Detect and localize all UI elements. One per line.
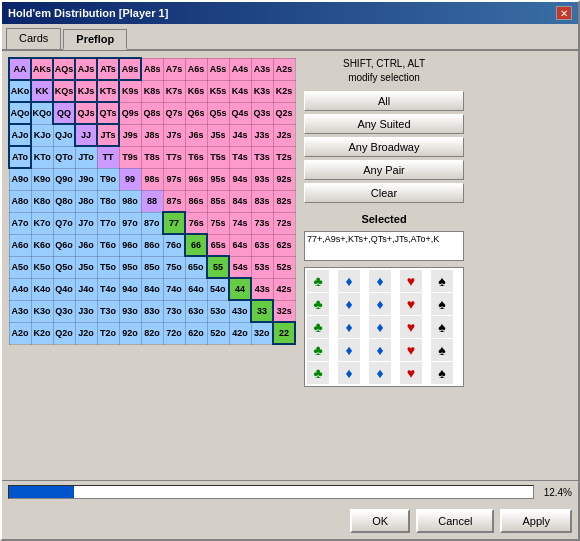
grid-cell[interactable]: Q6o [53,234,75,256]
grid-cell[interactable]: QTs [97,102,119,124]
grid-cell[interactable]: AQo [9,102,31,124]
grid-cell[interactable]: K3o [31,300,53,322]
close-button[interactable]: ✕ [556,6,572,20]
grid-cell[interactable]: KJs [75,80,97,102]
grid-cell[interactable]: K9o [31,168,53,190]
suit-cell[interactable]: ♦ [338,293,360,315]
suit-cell[interactable]: ♠ [431,339,453,361]
cancel-button[interactable]: Cancel [416,509,494,533]
grid-cell[interactable]: 63s [251,234,273,256]
grid-cell[interactable]: T3o [97,300,119,322]
suit-cell[interactable]: ♠ [431,362,453,384]
grid-cell[interactable]: AKs [31,58,53,80]
grid-cell[interactable]: QTo [53,146,75,168]
grid-cell[interactable]: 73o [163,300,185,322]
suit-cell[interactable]: ♦ [338,270,360,292]
grid-cell[interactable]: 62s [273,234,295,256]
grid-cell[interactable]: K8s [141,80,163,102]
grid-cell[interactable]: Q9s [119,102,141,124]
grid-cell[interactable]: K4s [229,80,251,102]
clear-button[interactable]: Clear [304,183,464,203]
grid-cell[interactable]: 99 [119,168,141,190]
grid-cell[interactable]: 86o [141,234,163,256]
grid-cell[interactable]: J7o [75,212,97,234]
grid-cell[interactable]: J4o [75,278,97,300]
grid-cell[interactable]: K6o [31,234,53,256]
grid-cell[interactable]: AJs [75,58,97,80]
grid-cell[interactable]: J2o [75,322,97,344]
grid-cell[interactable]: 88 [141,190,163,212]
grid-cell[interactable]: JTo [75,146,97,168]
grid-cell[interactable]: 43s [251,278,273,300]
grid-cell[interactable]: T6o [97,234,119,256]
grid-cell[interactable]: 66 [185,234,207,256]
grid-cell[interactable]: Q3s [251,102,273,124]
grid-cell[interactable]: A9o [9,168,31,190]
grid-cell[interactable]: 44 [229,278,251,300]
grid-cell[interactable]: 96s [185,168,207,190]
grid-cell[interactable]: 62o [185,322,207,344]
suit-cell[interactable]: ♦ [338,316,360,338]
grid-cell[interactable]: 72o [163,322,185,344]
grid-cell[interactable]: K7s [163,80,185,102]
grid-cell[interactable]: Q2o [53,322,75,344]
grid-cell[interactable]: J6o [75,234,97,256]
grid-cell[interactable]: 43o [229,300,251,322]
grid-cell[interactable]: 95o [119,256,141,278]
grid-cell[interactable]: A5s [207,58,229,80]
grid-cell[interactable]: A4o [9,278,31,300]
grid-cell[interactable]: 85s [207,190,229,212]
grid-cell[interactable]: 92o [119,322,141,344]
grid-cell[interactable]: 64s [229,234,251,256]
grid-cell[interactable]: 83o [141,300,163,322]
grid-cell[interactable]: J8o [75,190,97,212]
grid-cell[interactable]: A7o [9,212,31,234]
grid-cell[interactable]: A8s [141,58,163,80]
grid-cell[interactable]: 82s [273,190,295,212]
grid-cell[interactable]: AKo [9,80,31,102]
grid-cell[interactable]: JTs [97,124,119,146]
suit-cell[interactable]: ♥ [400,339,422,361]
grid-cell[interactable]: J5s [207,124,229,146]
grid-cell[interactable]: 86s [185,190,207,212]
grid-cell[interactable]: 65s [207,234,229,256]
grid-cell[interactable]: 94o [119,278,141,300]
grid-cell[interactable]: TT [97,146,119,168]
grid-cell[interactable]: T7o [97,212,119,234]
suit-cell[interactable]: ♥ [400,270,422,292]
suit-cell[interactable]: ♦ [369,339,391,361]
grid-cell[interactable]: T5o [97,256,119,278]
grid-cell[interactable]: 94s [229,168,251,190]
suit-cell[interactable]: ♣ [307,316,329,338]
grid-cell[interactable]: T2o [97,322,119,344]
grid-cell[interactable]: KQo [31,102,53,124]
grid-cell[interactable]: 52s [273,256,295,278]
grid-cell[interactable]: T4o [97,278,119,300]
suit-cell[interactable]: ♣ [307,362,329,384]
grid-cell[interactable]: J5o [75,256,97,278]
grid-cell[interactable]: K3s [251,80,273,102]
grid-cell[interactable]: 95s [207,168,229,190]
grid-cell[interactable]: 77 [163,212,185,234]
grid-cell[interactable]: AJo [9,124,31,146]
suit-cell[interactable]: ♠ [431,293,453,315]
tab-cards[interactable]: Cards [6,28,61,49]
grid-cell[interactable]: A6s [185,58,207,80]
grid-cell[interactable]: 42s [273,278,295,300]
grid-cell[interactable]: K7o [31,212,53,234]
apply-button[interactable]: Apply [500,509,572,533]
grid-cell[interactable]: 42o [229,322,251,344]
grid-cell[interactable]: K5o [31,256,53,278]
suit-cell[interactable]: ♦ [369,270,391,292]
suit-cell[interactable]: ♠ [431,316,453,338]
grid-cell[interactable]: 93s [251,168,273,190]
grid-cell[interactable]: J8s [141,124,163,146]
grid-cell[interactable]: Q2s [273,102,295,124]
grid-cell[interactable]: 53o [207,300,229,322]
grid-cell[interactable]: AQs [53,58,75,80]
grid-cell[interactable]: A7s [163,58,185,80]
grid-cell[interactable]: Q4o [53,278,75,300]
grid-cell[interactable]: 84s [229,190,251,212]
grid-cell[interactable]: 33 [251,300,273,322]
grid-cell[interactable]: 54s [229,256,251,278]
